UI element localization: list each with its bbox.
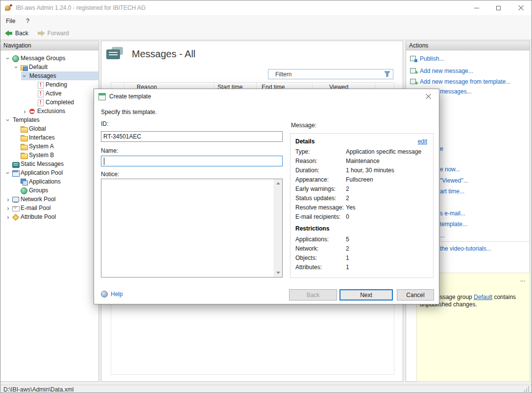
back-button-dialog: Back [289, 289, 337, 301]
resize-grip[interactable] [528, 387, 529, 388]
tree-item-active[interactable]: Active [0, 89, 98, 98]
tree-item-interfaces[interactable]: Interfaces [0, 133, 98, 142]
chevron-down-icon[interactable] [21, 72, 28, 80]
close-icon [425, 93, 431, 99]
clipped-link[interactable]: e [440, 145, 443, 152]
dialog-close-button[interactable] [417, 89, 439, 104]
restrictions-header: Restrictions [295, 225, 329, 232]
messages-icon [106, 47, 125, 61]
tree-item-static-messages[interactable]: Static Messages [0, 160, 98, 168]
chevron-down-icon[interactable] [4, 116, 12, 124]
scroll-up-button[interactable] [274, 179, 282, 187]
tree-item-message-groups[interactable]: Message Groups [0, 54, 98, 63]
chevron-right-icon[interactable] [4, 205, 12, 212]
chevron-down-icon[interactable] [4, 55, 12, 62]
chevron-down-icon[interactable] [13, 64, 20, 71]
link-label: Publish... [420, 55, 444, 62]
tree-item-messages[interactable]: Messages [0, 71, 98, 80]
notice-textarea[interactable] [101, 179, 283, 277]
detail-row: E-mail recipients:0 [295, 213, 430, 223]
minimize-button[interactable] [465, 0, 487, 15]
chevron-right-icon[interactable] [21, 108, 28, 115]
tree-item-templates[interactable]: Templates [0, 116, 98, 124]
close-button[interactable] [509, 0, 532, 15]
tree-item-exclusions[interactable]: Exclusions [0, 107, 98, 116]
id-field[interactable] [101, 131, 283, 142]
detail-label: Duration: [295, 167, 346, 174]
tree-item-completed[interactable]: Completed [0, 98, 98, 107]
detail-value: Maintenance [346, 158, 430, 164]
filter-funnel-icon[interactable] [384, 71, 390, 77]
clipped-link[interactable]: messages... [440, 88, 472, 95]
folder-icon [20, 143, 28, 150]
group-icon [20, 64, 28, 71]
tree-label: Completed [46, 99, 74, 106]
edit-link[interactable]: edit [418, 138, 427, 145]
menu-file[interactable]: File [0, 15, 21, 27]
chevron-right-icon[interactable] [4, 196, 12, 203]
tree-item-application-pool[interactable]: Application Pool [0, 168, 98, 177]
static-messages-icon [12, 161, 20, 168]
clipped-link[interactable]: s e-mail... [440, 210, 465, 217]
help-link[interactable]: Help [101, 291, 123, 298]
tree-item-pending[interactable]: Pending [0, 80, 98, 89]
publish-link[interactable]: Publish... [410, 55, 444, 62]
add-new-message-link[interactable]: Add new message... [410, 67, 473, 74]
back-button[interactable]: Back [0, 27, 33, 39]
tree-item-network-pool[interactable]: Network Pool [0, 195, 98, 204]
detail-value: 0 [346, 213, 430, 220]
cancel-button[interactable]: Cancel [397, 289, 434, 301]
scroll-down-button[interactable] [274, 269, 282, 277]
title-bar[interactable]: IBI-aws Admin 1.24.0 - registered for IB… [0, 0, 532, 15]
clipped-link[interactable]: e now... [440, 166, 460, 173]
chevron-down-icon[interactable] [4, 169, 12, 177]
restriction-value: 2 [346, 245, 430, 252]
clipped-link[interactable]: art time... [440, 188, 464, 195]
default-group-link[interactable]: Default [474, 294, 492, 301]
detail-label: Appearance: [295, 176, 346, 183]
filter-input[interactable]: Filtern [268, 69, 393, 79]
restriction-label: Applications: [295, 236, 346, 243]
chevron-right-icon[interactable] [4, 213, 12, 221]
restriction-row: Objects:1 [295, 254, 430, 264]
attribute-pool-icon [12, 213, 20, 221]
menu-help[interactable]: ? [21, 15, 35, 27]
add-from-template-icon [410, 78, 417, 85]
name-field[interactable] [101, 156, 283, 166]
window-title: IBI-aws Admin 1.24.0 - registered for IB… [16, 4, 145, 11]
tree-item-default[interactable]: Default [0, 63, 98, 71]
clipped-link[interactable]: the video-tutorials... [440, 245, 491, 252]
tree-label: System A [29, 143, 54, 150]
tree-item-applications[interactable]: Applications [0, 177, 98, 186]
vertical-scrollbar[interactable] [274, 179, 282, 277]
restriction-label: Attributes: [295, 264, 346, 271]
detail-label: Resolve message: [295, 204, 346, 211]
arrow-down-icon [276, 272, 280, 274]
next-button[interactable]: Next [339, 289, 393, 301]
page-title: Messages - All [132, 48, 195, 60]
dialog-title: Create template [109, 93, 151, 100]
restriction-row: Applications:5 [295, 236, 430, 245]
tree-item-global[interactable]: Global [0, 124, 98, 133]
tree-item-system-b[interactable]: System B [0, 151, 98, 160]
tree-item-email-pool[interactable]: E-mail Pool [0, 204, 98, 212]
dialog-title-bar[interactable]: Create template [94, 89, 439, 104]
detail-row: Reason:Maintenance [295, 158, 430, 167]
clipped-link[interactable]: template... [440, 221, 467, 228]
clipped-link[interactable]: ... [440, 232, 445, 239]
tree-item-system-a[interactable]: System A [0, 142, 98, 151]
add-message-from-template-link[interactable]: Add new message from template... [410, 78, 510, 85]
clipped-link[interactable]: "Viewed"... [440, 177, 468, 184]
notice-label: Notice: [101, 171, 119, 178]
minimize-icon [474, 8, 479, 8]
maximize-button[interactable] [487, 0, 509, 15]
app-window: IBI-aws Admin 1.24.0 - registered for IB… [0, 0, 532, 393]
navigation-panel: Navigation Message Groups Default Messag… [0, 41, 99, 382]
tree-item-groups[interactable]: Groups [0, 186, 98, 195]
status-path: D:\IBI-aws\Admin\Data.xml [3, 386, 73, 393]
tree-label: Application Pool [21, 169, 63, 176]
notice-heading-ellipsis: ... [520, 276, 525, 283]
detail-label: Type: [295, 148, 346, 155]
tree-item-attribute-pool[interactable]: Attribute Pool [0, 212, 98, 221]
tree-label: Messages [29, 72, 56, 79]
